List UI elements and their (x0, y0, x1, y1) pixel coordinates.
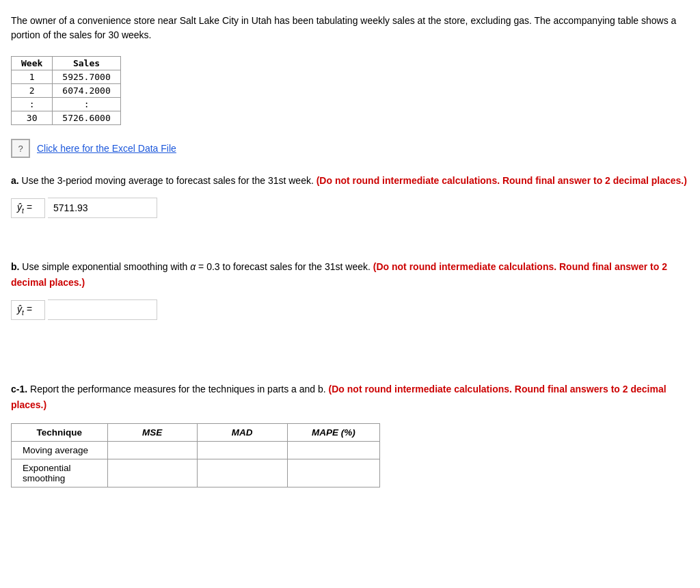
part-b-bold: b. (11, 261, 19, 272)
part-a-instruction: (Do not round intermediate calculations.… (317, 175, 687, 186)
exp-smoothing-mad-cell[interactable] (197, 459, 287, 487)
performance-table: Technique MSE MAD MAPE (%) Moving averag… (11, 423, 380, 487)
exp-smoothing-mape-input[interactable] (288, 464, 379, 481)
part-a-input[interactable] (48, 198, 157, 218)
sales-col-header: Sales (53, 57, 120, 70)
part-c-text: Report the performance measures for the … (27, 384, 328, 395)
part-a-block: a. Use the 3-period moving average to fo… (11, 173, 689, 218)
moving-average-mad-input[interactable] (198, 442, 287, 459)
part-b-text-after: = 0.3 to forecast sales for the 31st wee… (196, 261, 373, 272)
table-dots-row: : : (12, 98, 121, 111)
exp-smoothing-mad-input[interactable] (198, 464, 287, 481)
part-a-bold: a. (11, 175, 19, 186)
part-c-bold: c-1. (11, 384, 27, 395)
excel-download-link[interactable]: Click here for the Excel Data File (37, 143, 176, 154)
exp-smoothing-label: Exponential smoothing (12, 459, 108, 487)
excel-link-section: ? Click here for the Excel Data File (11, 139, 689, 158)
part-b-label: b. Use simple exponential smoothing with… (11, 259, 689, 290)
part-a-label: a. Use the 3-period moving average to fo… (11, 173, 689, 188)
part-a-yhat-label: ŷt = (11, 198, 45, 218)
mad-col-header: MAD (197, 423, 287, 441)
part-c-label: c-1. Report the performance measures for… (11, 382, 689, 412)
part-b-answer-row: ŷt = (11, 299, 689, 320)
part-a-answer-row: ŷt = (11, 198, 689, 218)
exp-smoothing-mape-cell[interactable] (287, 459, 379, 487)
part-b-block: b. Use simple exponential smoothing with… (11, 259, 689, 320)
table-row: 2 6074.2000 (12, 84, 121, 98)
table-row: Exponential smoothing (12, 459, 380, 487)
part-a-text: Use the 3-period moving average to forec… (19, 175, 317, 186)
excel-icon: ? (11, 139, 30, 158)
mse-col-header: MSE (107, 423, 197, 441)
part-b-yhat-label: ŷt = (11, 300, 45, 320)
moving-average-mse-cell[interactable] (107, 441, 197, 459)
moving-average-mse-input[interactable] (108, 442, 197, 459)
table-row: 30 5726.6000 (12, 111, 121, 125)
moving-average-mad-cell[interactable] (197, 441, 287, 459)
sales-data-table: Week Sales 1 5925.7000 2 6074.2000 : : 3… (11, 56, 121, 125)
moving-average-mape-input[interactable] (288, 442, 379, 459)
exp-smoothing-mse-input[interactable] (108, 464, 197, 481)
part-b-text-before: Use simple exponential smoothing with (19, 261, 190, 272)
part-b-input[interactable] (48, 299, 157, 320)
moving-average-mape-cell[interactable] (287, 441, 379, 459)
part-c-block: c-1. Report the performance measures for… (11, 382, 689, 487)
mape-col-header: MAPE (%) (287, 423, 379, 441)
week-col-header: Week (12, 57, 53, 70)
intro-text: The owner of a convenience store near Sa… (11, 14, 689, 42)
table-row: 1 5925.7000 (12, 70, 121, 84)
exp-smoothing-mse-cell[interactable] (107, 459, 197, 487)
moving-average-label: Moving average (12, 441, 108, 459)
technique-col-header: Technique (12, 423, 108, 441)
table-row: Moving average (12, 441, 380, 459)
